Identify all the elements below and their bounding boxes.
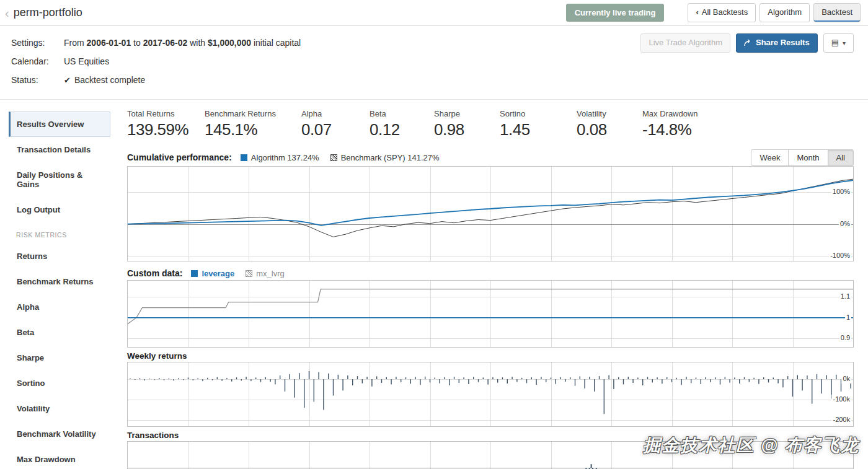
backtest-meta: Settings: From 2006-01-01 to 2017-06-02 … bbox=[0, 26, 868, 100]
sidebar-item-benchmark-volatility[interactable]: Benchmark Volatility bbox=[9, 421, 110, 447]
stat-value: -14.8% bbox=[642, 120, 854, 139]
weekly-returns-title: Weekly returns bbox=[127, 350, 854, 362]
topbar-actions: Currently live trading ‹All Backtests Al… bbox=[566, 3, 861, 22]
stat-value: 0.08 bbox=[577, 120, 642, 139]
stat-value: 1.45 bbox=[500, 120, 577, 139]
mx-lvrg-legend-label: mx_lvrg bbox=[256, 269, 285, 278]
to-word: to bbox=[133, 38, 141, 48]
stat-label: Alpha bbox=[301, 109, 370, 118]
top-bar: ‹ perm-portfolio Currently live trading … bbox=[0, 0, 868, 26]
sidebar-item-returns[interactable]: Returns bbox=[9, 243, 110, 269]
all-backtests-button[interactable]: ‹All Backtests bbox=[688, 3, 756, 22]
share-icon bbox=[744, 39, 752, 46]
cumulative-performance-chart: 100%0%-100% bbox=[127, 166, 854, 261]
stat-label: Volatility bbox=[577, 109, 642, 118]
page-title: perm-portfolio bbox=[14, 6, 82, 19]
custom-data-title: Custom data: bbox=[127, 268, 182, 278]
stat-sortino: Sortino 1.45 bbox=[500, 109, 577, 142]
sidebar-item-alpha[interactable]: Alpha bbox=[9, 294, 110, 320]
live-trading-badge: Currently live trading bbox=[566, 4, 665, 22]
leverage-legend-swatch bbox=[191, 270, 198, 277]
from-word: From bbox=[64, 38, 84, 48]
export-dropdown-button[interactable]: ▤ ▾ bbox=[823, 33, 854, 53]
transactions-title: Transactions bbox=[127, 429, 854, 441]
calendar-row: Calendar: US Equities bbox=[11, 52, 868, 71]
status-label: Status: bbox=[11, 75, 64, 85]
settings-label: Settings: bbox=[11, 38, 64, 48]
stat-value: 0.98 bbox=[434, 120, 500, 139]
legend-mx-lvrg: mx_lvrg bbox=[246, 269, 285, 278]
panel-icon: ▤ bbox=[831, 38, 839, 48]
stat-label: Beta bbox=[370, 109, 434, 118]
status-value: ✔Backtest complete bbox=[64, 75, 145, 85]
range-all-button[interactable]: All bbox=[828, 149, 854, 166]
sidebar-item-sharpe[interactable]: Sharpe bbox=[9, 345, 110, 370]
caret-down-icon: ▾ bbox=[843, 40, 846, 47]
sidebar-item-daily-positions-gains[interactable]: Daily Positions & Gains bbox=[9, 162, 110, 197]
stat-sharpe: Sharpe 0.98 bbox=[434, 109, 500, 142]
transactions-chart bbox=[127, 441, 854, 469]
sidebar-item-transaction-details[interactable]: Transaction Details bbox=[9, 137, 110, 162]
sidebar-item-results-overview[interactable]: Results Overview bbox=[9, 112, 110, 137]
stat-alpha: Alpha 0.07 bbox=[301, 109, 370, 142]
share-results-label: Share Results bbox=[756, 38, 810, 48]
sidebar-item-benchmark-returns[interactable]: Benchmark Returns bbox=[9, 269, 110, 294]
sidebar-item-log-output[interactable]: Log Output bbox=[9, 197, 110, 222]
start-date: 2006-01-01 bbox=[87, 38, 131, 48]
cumulative-performance-header: Cumulative performance: Algorithm 137.24… bbox=[127, 149, 854, 166]
live-trade-algorithm-button[interactable]: Live Trade Algorithm bbox=[640, 33, 730, 53]
range-month-button[interactable]: Month bbox=[788, 149, 828, 166]
stat-label: Sharpe bbox=[434, 109, 500, 118]
stat-total-returns: Total Returns 139.59% bbox=[127, 109, 205, 142]
cumulative-performance-title: Cumulative performance: bbox=[127, 152, 232, 162]
algorithm-legend-swatch bbox=[241, 154, 247, 161]
initial-capital: $1,000,000 bbox=[208, 38, 251, 48]
range-week-button[interactable]: Week bbox=[751, 149, 789, 166]
calendar-value: US Equities bbox=[64, 56, 109, 66]
calendar-label: Calendar: bbox=[11, 56, 64, 66]
results-overview-panel: Total Returns 139.59% Benchmark Returns … bbox=[127, 109, 854, 469]
chevron-left-icon: ‹ bbox=[696, 7, 698, 17]
status-row: Status: ✔Backtest complete bbox=[11, 71, 868, 89]
sidebar: Results Overview Transaction Details Dai… bbox=[9, 112, 110, 469]
stat-max-drawdown: Max Drawdown -14.8% bbox=[642, 109, 854, 142]
share-results-button[interactable]: Share Results bbox=[736, 33, 818, 53]
range-toggle-group: Week Month All bbox=[751, 149, 854, 166]
sidebar-item-sortino[interactable]: Sortino bbox=[9, 370, 110, 396]
end-date: 2017-06-02 bbox=[143, 38, 188, 48]
sidebar-item-volatility[interactable]: Volatility bbox=[9, 396, 110, 421]
settings-value: From 2006-01-01 to 2017-06-02 with $1,00… bbox=[64, 38, 301, 48]
back-chevron-icon[interactable]: ‹ bbox=[5, 7, 9, 19]
legend-algorithm: Algorithm 137.24% bbox=[241, 153, 319, 162]
stat-value: 145.1% bbox=[205, 120, 301, 139]
stat-benchmark-returns: Benchmark Returns 145.1% bbox=[205, 109, 301, 142]
stat-label: Benchmark Returns bbox=[205, 109, 301, 118]
stats-row: Total Returns 139.59% Benchmark Returns … bbox=[127, 109, 854, 142]
sidebar-item-beta[interactable]: Beta bbox=[9, 320, 110, 345]
stat-label: Max Drawdown bbox=[642, 109, 854, 118]
stat-beta: Beta 0.12 bbox=[370, 109, 434, 142]
stat-label: Total Returns bbox=[127, 109, 205, 118]
sidebar-section-risk-metrics: RISK METRICS bbox=[9, 222, 110, 243]
backtest-tab[interactable]: Backtest bbox=[813, 3, 861, 22]
algorithm-legend-label: Algorithm 137.24% bbox=[251, 153, 319, 162]
algorithm-tab[interactable]: Algorithm bbox=[760, 3, 810, 22]
stat-volatility: Volatility 0.08 bbox=[577, 109, 642, 142]
custom-data-chart: 1.110.9 bbox=[127, 280, 854, 348]
mx-lvrg-legend-swatch bbox=[246, 270, 252, 277]
stat-label: Sortino bbox=[500, 109, 577, 118]
legend-benchmark: Benchmark (SPY) 141.27% bbox=[330, 153, 440, 162]
stat-value: 139.59% bbox=[127, 120, 205, 139]
sidebar-item-max-drawdown[interactable]: Max Drawdown bbox=[9, 447, 110, 469]
status-text: Backtest complete bbox=[74, 75, 145, 85]
meta-actions: Live Trade Algorithm Share Results ▤ ▾ bbox=[640, 33, 854, 53]
benchmark-legend-swatch bbox=[330, 154, 337, 161]
benchmark-legend-label: Benchmark (SPY) 141.27% bbox=[341, 153, 440, 162]
stat-value: 0.12 bbox=[370, 120, 434, 139]
all-backtests-label: All Backtests bbox=[702, 7, 748, 17]
stat-value: 0.07 bbox=[301, 120, 370, 139]
weekly-returns-chart: 0k-100k-200k bbox=[127, 362, 854, 427]
legend-leverage: leverage bbox=[191, 269, 234, 278]
check-icon: ✔ bbox=[64, 76, 71, 85]
custom-data-header: Custom data: leverage mx_lvrg bbox=[127, 266, 854, 280]
